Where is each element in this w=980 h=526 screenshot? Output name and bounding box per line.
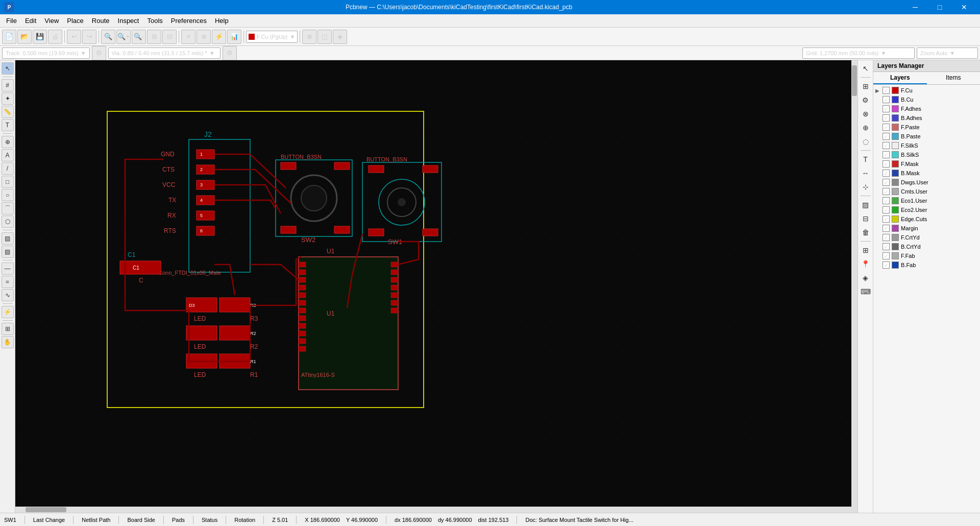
maximize-button[interactable]: □ <box>928 0 951 14</box>
layer-item-b-cu[interactable]: ✓B.Cu <box>873 95 980 104</box>
local-ratsnest-tool[interactable]: # <box>2 79 14 91</box>
zoom-fit-button[interactable]: ⊞ <box>147 30 161 44</box>
layer-checkbox[interactable]: ✓ <box>883 87 890 94</box>
tab-layers[interactable]: Layers <box>873 72 927 84</box>
draw-rect-tool[interactable]: □ <box>2 176 14 188</box>
via-settings-button[interactable]: ⚙ <box>223 46 237 60</box>
menu-help[interactable]: Help <box>211 16 233 26</box>
netlist-button[interactable]: ≡ <box>181 30 195 44</box>
add-text-tool[interactable]: A <box>2 149 14 161</box>
pcb-canvas-area[interactable]: J2 1 2 3 4 5 6 GND CTS VCC TX RX RTS Con… <box>15 60 857 513</box>
highlight-net-tool[interactable]: ✦ <box>2 92 14 105</box>
layer-checkbox[interactable]: ✓ <box>883 234 890 241</box>
layer-checkbox[interactable]: ✓ <box>883 170 890 177</box>
via-size-selector[interactable]: Via: 0.80 / 0.40 mm (31.5 / 15.7 mils) *… <box>108 47 220 59</box>
zoom-region-tool[interactable]: ⊞ <box>2 323 14 335</box>
undo-button[interactable]: ↩ <box>67 30 81 44</box>
close-button[interactable]: ✕ <box>952 0 976 14</box>
layer-item-b-fab[interactable]: ✓B.Fab <box>873 260 980 270</box>
layer-item-edge-cuts[interactable]: ✓Edge.Cuts <box>873 214 980 224</box>
draw-arc-tool[interactable]: ⌒ <box>2 202 14 214</box>
net-inspector-button[interactable]: ⊞ <box>860 80 872 92</box>
drc-tool[interactable]: ⚡ <box>2 306 14 318</box>
layer-item-f-silks[interactable]: ✓F.SilkS <box>873 141 980 150</box>
layer-item-b-mask[interactable]: ✓B.Mask <box>873 169 980 178</box>
minimize-button[interactable]: ─ <box>903 0 927 14</box>
layer-item-f-mask[interactable]: ✓F.Mask <box>873 159 980 169</box>
layer-checkbox[interactable]: ✓ <box>883 160 890 168</box>
layer-checkbox[interactable]: ✓ <box>883 105 890 112</box>
vertical-scrollbar[interactable] <box>851 60 857 513</box>
pan-tool[interactable]: ✋ <box>2 336 14 348</box>
layer-item-f-adhes[interactable]: ✓F.Adhes <box>873 104 980 113</box>
gerber-button[interactable]: 📊 <box>227 30 241 44</box>
layer-checkbox[interactable]: ✓ <box>883 179 890 186</box>
grid-selector[interactable]: Grid: 1.2700 mm (50.00 mils) ▼ <box>802 47 915 59</box>
scripting-button[interactable]: ⌨ <box>860 285 872 298</box>
zoom-area-button[interactable]: ⊟ <box>162 30 177 44</box>
highlight-button[interactable]: ⊗ <box>302 30 316 44</box>
3d-button[interactable]: ◈ <box>333 30 347 44</box>
layer-item-dwgs-user[interactable]: ✓Dwgs.User <box>873 178 980 187</box>
layer-checkbox[interactable]: ✓ <box>883 252 890 259</box>
menu-file[interactable]: File <box>2 16 21 26</box>
layer-item-b-adhes[interactable]: ✓B.Adhes <box>873 113 980 123</box>
layer-checkbox[interactable]: ✓ <box>883 243 890 250</box>
highlight-button2[interactable]: ⊕ <box>860 122 872 134</box>
layer-item-b-silks[interactable]: ✓B.SilkS <box>873 150 980 159</box>
track-width-selector[interactable]: Track: 0.500 mm (19.69 mils) ▼ <box>2 47 90 59</box>
cursor-tool-right[interactable]: ↖ <box>860 62 872 75</box>
unfill-all-zones-button[interactable]: ⊟ <box>860 212 872 225</box>
unfill-zones-tool[interactable]: ▧ <box>2 246 14 258</box>
zoom-in-button[interactable]: 🔍+ <box>116 30 131 44</box>
draw-circle-tool[interactable]: ○ <box>2 189 14 201</box>
add-footprint-tool[interactable]: ⊕ <box>2 136 14 148</box>
layer-checkbox[interactable]: ✓ <box>883 96 890 103</box>
layer-checkbox[interactable]: ✓ <box>883 261 890 269</box>
layer-item-eco2-user[interactable]: ✓Eco2.User <box>873 205 980 214</box>
layer-selector[interactable]: F.Cu (PgUp) ▼ <box>246 31 298 43</box>
show-3d-button[interactable]: ◈ <box>860 272 872 284</box>
drc-button[interactable]: ⚡ <box>212 30 226 44</box>
redo-button[interactable]: ↪ <box>82 30 96 44</box>
delete-button[interactable]: 🗑 <box>860 226 872 238</box>
save-button[interactable]: 💾 <box>33 30 47 44</box>
layer-item-f-fab[interactable]: ✓F.Fab <box>873 251 980 260</box>
menu-place[interactable]: Place <box>63 16 88 26</box>
layer-item-f-cu[interactable]: ▶✓F.Cu <box>873 86 980 95</box>
horizontal-scrollbar[interactable] <box>15 507 851 513</box>
layer-checkbox[interactable]: ✓ <box>883 188 890 195</box>
open-button[interactable]: 📂 <box>17 30 32 44</box>
dimension-button[interactable]: ↔ <box>860 167 872 179</box>
layer-item-b-crtyd[interactable]: ✓B.CrtYd <box>873 242 980 251</box>
layer-item-eco1-user[interactable]: ✓Eco1.User <box>873 196 980 205</box>
show-grid-button[interactable]: ⊞ <box>860 244 872 256</box>
layer-checkbox[interactable]: ✓ <box>883 225 890 232</box>
layer-item-f-paste[interactable]: ✓F.Paste <box>873 123 980 132</box>
print-button[interactable]: 🖨 <box>48 30 62 44</box>
select-tool[interactable]: ↖ <box>2 62 14 75</box>
origin-button[interactable]: ⊹ <box>860 181 872 193</box>
layer-checkbox[interactable]: ✓ <box>883 114 890 122</box>
layer-checkbox[interactable]: ✓ <box>883 124 890 131</box>
fill-zones-tool[interactable]: ▨ <box>2 232 14 245</box>
draw-polygon-tool[interactable]: ⬡ <box>2 216 14 228</box>
layer-checkbox[interactable]: ✓ <box>883 133 890 140</box>
fill-all-zones-button[interactable]: ▨ <box>860 199 872 211</box>
menu-tools[interactable]: Tools <box>143 16 166 26</box>
layer-item-f-crtyd[interactable]: ✓F.CrtYd <box>873 233 980 242</box>
layer-checkbox[interactable]: ✓ <box>883 151 890 158</box>
track-settings-button[interactable]: ⚙ <box>92 46 106 60</box>
layer-checkbox[interactable]: ✓ <box>883 206 890 213</box>
search-button[interactable]: 🔍 <box>101 30 115 44</box>
route-diff-pair-tool[interactable]: = <box>2 276 14 288</box>
new-button[interactable]: 📄 <box>2 30 16 44</box>
zoom-selector[interactable]: Zoom Auto ▼ <box>917 47 978 59</box>
show-ratsnest-button[interactable]: ⊗ <box>860 108 872 120</box>
zoom-out-button[interactable]: 🔍- <box>132 30 146 44</box>
local-ratsnest-button[interactable]: ◌ <box>860 135 872 148</box>
menu-route[interactable]: Route <box>88 16 114 26</box>
text-tool[interactable]: T <box>2 119 14 131</box>
route-track-tool[interactable]: — <box>2 262 14 275</box>
render-button[interactable]: ◫ <box>317 30 332 44</box>
